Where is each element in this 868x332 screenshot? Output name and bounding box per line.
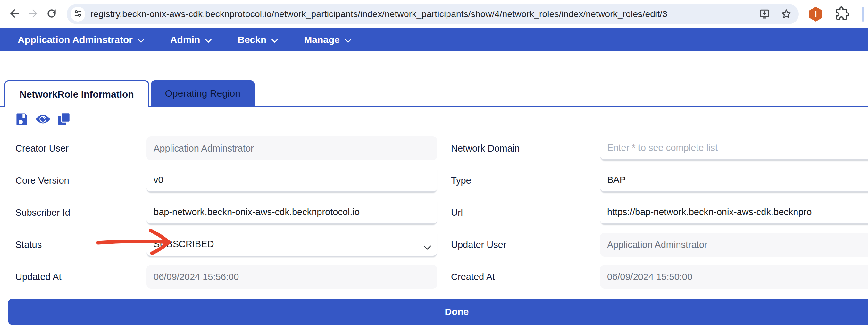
core-version-input[interactable] (147, 169, 437, 192)
save-icon (14, 112, 29, 128)
tab-operating-region[interactable]: Operating Region (151, 80, 254, 106)
updated-at-label: Updated At (0, 272, 147, 282)
creator-user-label: Creator User (0, 143, 147, 154)
type-label: Type (437, 175, 600, 186)
site-settings-icon (73, 9, 83, 20)
updated-at-field: 06/09/2024 15:56:00 (147, 265, 437, 289)
save-button[interactable] (14, 112, 29, 128)
nav-beckn[interactable]: Beckn (238, 34, 278, 45)
extensions-button[interactable] (835, 6, 849, 22)
chevron-down-icon (271, 34, 278, 45)
tab-bar: NetworkRole Information Operating Region (0, 80, 868, 107)
nav-manage[interactable]: Manage (304, 34, 352, 45)
status-selected-value: SUBSCRIBED (154, 239, 214, 249)
creator-user-field: Application Adminstrator (147, 136, 437, 160)
subscriber-id-input[interactable] (147, 201, 437, 224)
status-label: Status (0, 240, 147, 250)
password-extension-button[interactable]: I (808, 7, 823, 22)
back-icon (8, 7, 21, 21)
type-input[interactable] (600, 169, 868, 192)
created-at-field: 06/09/2024 15:50:00 (600, 265, 868, 289)
record-toolbar (14, 112, 868, 128)
app-navbar: Application Adminstrator Admin Beckn Man… (0, 28, 868, 51)
nav-admin[interactable]: Admin (170, 34, 212, 45)
subscriber-id-label: Subscriber Id (0, 208, 147, 218)
chevron-down-icon (205, 34, 212, 45)
puzzle-extensions-icon (835, 6, 849, 22)
created-at-label: Created At (437, 272, 600, 282)
chevron-down-icon (345, 34, 352, 45)
address-bar[interactable]: registry.beckn-onix-aws-cdk.becknprotoco… (67, 4, 799, 24)
tab-networkrole-information[interactable]: NetworkRole Information (4, 80, 149, 107)
forward-icon (27, 7, 39, 21)
done-button[interactable]: Done (8, 299, 868, 325)
reload-button[interactable] (42, 5, 61, 23)
url-input[interactable] (600, 201, 868, 224)
url-text[interactable]: registry.beckn-onix-aws-cdk.becknprotoco… (90, 9, 753, 19)
nav-application-adminstrator[interactable]: Application Adminstrator (18, 34, 145, 45)
updater-user-field: Application Adminstrator (600, 233, 868, 256)
copy-button[interactable] (57, 112, 71, 128)
updater-user-label: Updater User (437, 240, 600, 250)
form-row: Status SUBSCRIBED Updater User Applicati… (0, 233, 868, 256)
network-domain-input[interactable] (600, 136, 868, 160)
network-domain-label: Network Domain (437, 143, 600, 154)
site-settings-button[interactable] (70, 7, 85, 22)
bookmark-star-icon[interactable] (780, 8, 793, 20)
forward-button[interactable] (24, 5, 42, 23)
chevron-down-icon (423, 242, 431, 252)
view-button[interactable] (35, 112, 51, 128)
install-icon[interactable] (758, 8, 771, 20)
copy-icon (57, 112, 71, 128)
status-select[interactable]: SUBSCRIBED (147, 233, 437, 256)
chevron-down-icon (137, 34, 145, 45)
form-row: Updated At 06/09/2024 15:56:00 Created A… (0, 265, 868, 289)
back-button[interactable] (5, 5, 24, 23)
url-label: Url (437, 208, 600, 218)
form-row: Core Version Type (0, 169, 868, 192)
core-version-label: Core Version (0, 175, 147, 186)
networkrole-form: Creator User Application Adminstrator Ne… (0, 136, 868, 289)
form-row: Subscriber Id Url (0, 201, 868, 224)
form-row: Creator User Application Adminstrator Ne… (0, 136, 868, 160)
side-panel-indicator (862, 7, 864, 22)
browser-toolbar: registry.beckn-onix-aws-cdk.becknprotoco… (0, 0, 868, 28)
reload-icon (45, 7, 58, 21)
extension-badge-icon: I (814, 9, 817, 19)
eye-icon (35, 112, 51, 128)
